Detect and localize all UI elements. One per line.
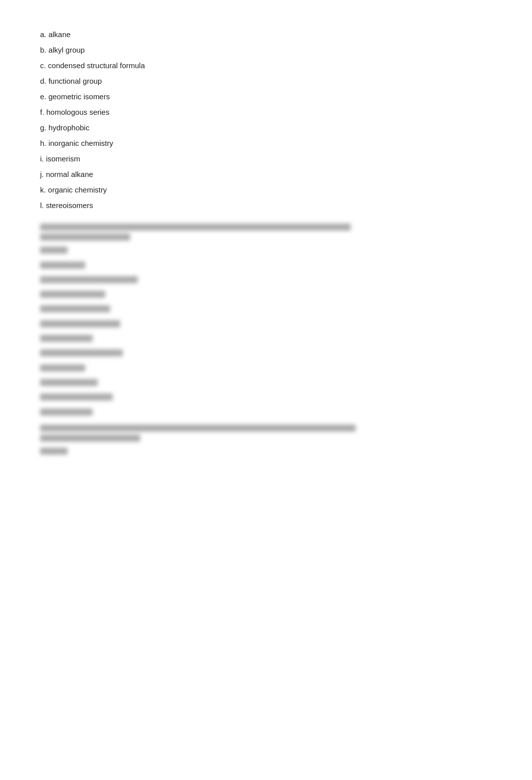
term-list: a. alkane b. alkyl group c. condensed st… bbox=[40, 30, 492, 210]
list-item-b: b. alkyl group bbox=[40, 46, 492, 54]
blurred-section-2 bbox=[40, 425, 492, 455]
list-item-c: c. condensed structural formula bbox=[40, 61, 492, 70]
list-item-i: i. isomerism bbox=[40, 154, 492, 163]
list-item-d: d. functional group bbox=[40, 77, 492, 85]
list-item-a: a. alkane bbox=[40, 30, 492, 39]
list-item-g: g. hydrophobic bbox=[40, 123, 492, 132]
blurred-section-1 bbox=[40, 224, 492, 416]
list-item-k: k. organic chemistry bbox=[40, 185, 492, 194]
list-item-l: l. stereoisomers bbox=[40, 201, 492, 210]
list-item-j: j. normal alkane bbox=[40, 170, 492, 178]
list-item-e: e. geometric isomers bbox=[40, 92, 492, 101]
list-item-h: h. inorganic chemistry bbox=[40, 139, 492, 147]
list-item-f: f. homologous series bbox=[40, 108, 492, 116]
